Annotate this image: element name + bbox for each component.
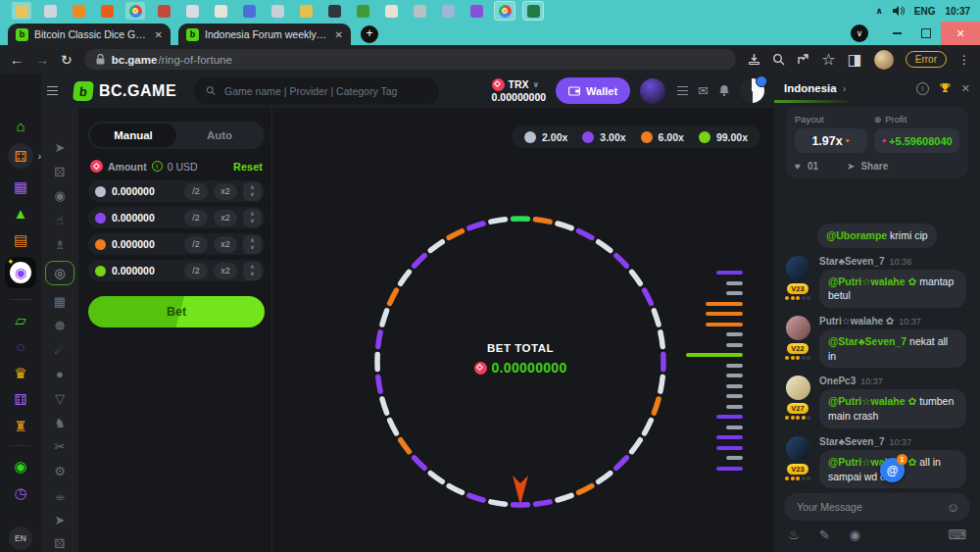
viewer-icon[interactable] bbox=[438, 2, 458, 20]
username[interactable]: OnePc3 bbox=[819, 376, 856, 386]
reload-icon[interactable]: ↻ bbox=[61, 52, 73, 68]
folder-icon[interactable] bbox=[296, 2, 316, 20]
gif-icon[interactable]: ◉ bbox=[850, 527, 860, 542]
mention-link[interactable]: @Putri☆walahe ✿ bbox=[828, 276, 916, 287]
game-item-gear[interactable]: ⚙ bbox=[47, 463, 73, 479]
avatar[interactable] bbox=[786, 316, 810, 340]
clipboard-icon[interactable] bbox=[182, 2, 202, 20]
pen-icon[interactable] bbox=[410, 2, 429, 20]
game-item-hilo[interactable]: ♗ bbox=[47, 236, 73, 253]
tab-close-icon[interactable]: ✕ bbox=[335, 29, 343, 40]
game-item-cup[interactable]: ☕ bbox=[47, 487, 73, 504]
half-button[interactable]: /2 bbox=[184, 236, 208, 253]
bet-row-orange[interactable]: 0.000000 /2 x2 ∧∨ bbox=[88, 233, 265, 255]
sidebar-item-vip[interactable]: ♛ bbox=[6, 364, 35, 381]
tab-manual[interactable]: Manual bbox=[90, 124, 176, 147]
amount-stepper[interactable]: ∧∨ bbox=[243, 235, 262, 254]
photos-icon[interactable] bbox=[40, 2, 60, 20]
chrome-window-icon[interactable] bbox=[495, 2, 514, 20]
mention-notification-button[interactable]: @ 1 bbox=[880, 458, 905, 482]
bet-row-green[interactable]: 0.000000 /2 x2 ∧∨ bbox=[88, 260, 265, 281]
chat-input-bar[interactable]: ☺ bbox=[784, 493, 970, 521]
reset-button[interactable]: Reset bbox=[233, 161, 263, 173]
tray-chevron-icon[interactable]: ∧ bbox=[875, 6, 882, 16]
message-input[interactable] bbox=[795, 500, 941, 514]
game-item-keno[interactable]: ▦ bbox=[47, 293, 73, 310]
info-icon[interactable]: i bbox=[152, 161, 163, 172]
username[interactable]: Putri☆walahe ✿ bbox=[819, 316, 894, 326]
pencil-icon[interactable]: ✎ bbox=[819, 527, 830, 542]
media-player-icon[interactable] bbox=[69, 2, 88, 20]
menu-hamburger-icon[interactable] bbox=[47, 86, 58, 96]
penguin-icon[interactable] bbox=[324, 2, 344, 20]
avatar[interactable] bbox=[786, 436, 810, 461]
mail-icon[interactable]: ✉ bbox=[698, 83, 709, 98]
sidebar-item-lottery[interactable]: ▱ bbox=[6, 311, 35, 328]
chat-room-name[interactable]: Indonesia bbox=[784, 82, 837, 94]
zoom-icon[interactable] bbox=[772, 53, 785, 66]
amount-stepper[interactable]: ∧∨ bbox=[243, 209, 262, 227]
sidebar-item-limbo[interactable]: ▲ bbox=[6, 204, 35, 222]
tray-language[interactable]: ENG bbox=[914, 6, 936, 17]
file-explorer-icon[interactable] bbox=[12, 2, 31, 20]
amount-stepper[interactable]: ∧∨ bbox=[243, 262, 262, 280]
volume-icon[interactable] bbox=[893, 6, 905, 16]
tab-close-icon[interactable]: ✕ bbox=[155, 29, 163, 40]
bet-amount-value[interactable]: 0.000000 bbox=[112, 185, 155, 197]
balance-display[interactable]: TRX ∨ 0.00000000 bbox=[492, 78, 546, 103]
address-bar[interactable]: bc.game /ring-of-fortune bbox=[84, 49, 737, 70]
chat-rules-icon[interactable]: ! bbox=[916, 82, 929, 95]
sidebar-item-slots[interactable]: ▦ bbox=[6, 177, 35, 195]
keyboard-icon[interactable]: ⌨ bbox=[948, 527, 966, 542]
bet-button[interactable]: Bet bbox=[88, 296, 265, 327]
notification-bell-icon[interactable] bbox=[718, 84, 730, 97]
book-icon[interactable] bbox=[154, 2, 173, 20]
double-button[interactable]: x2 bbox=[214, 183, 237, 200]
half-button[interactable]: /2 bbox=[184, 210, 208, 226]
share-icon[interactable] bbox=[797, 53, 809, 66]
half-button[interactable]: /2 bbox=[184, 183, 208, 200]
game-item-classic-dice[interactable]: ⚄ bbox=[47, 164, 73, 180]
sidebar-item-rewards[interactable]: ◉ bbox=[6, 457, 35, 475]
sidebar-item-recent[interactable]: ◷ bbox=[6, 483, 35, 501]
paint-icon[interactable] bbox=[211, 2, 230, 20]
chrome-icon[interactable] bbox=[125, 2, 145, 20]
double-button[interactable]: x2 bbox=[214, 236, 237, 253]
search-app-icon[interactable] bbox=[268, 2, 287, 20]
sidebar-item-cards[interactable]: ▤ bbox=[6, 230, 35, 248]
game-item-rocket[interactable]: ➤ bbox=[47, 512, 73, 528]
sidebar-item-casino[interactable]: ⚃› bbox=[8, 143, 33, 169]
new-tab-button[interactable]: + bbox=[361, 25, 378, 43]
back-icon[interactable]: ← bbox=[10, 52, 24, 68]
minimize-button[interactable] bbox=[882, 22, 911, 45]
game-search[interactable] bbox=[194, 77, 439, 105]
game-item-plinko[interactable]: ◉ bbox=[47, 187, 73, 204]
install-icon[interactable] bbox=[748, 53, 760, 66]
browser-avatar[interactable] bbox=[874, 50, 894, 70]
half-button[interactable]: /2 bbox=[184, 263, 208, 279]
room-chevron-icon[interactable]: › bbox=[843, 82, 847, 94]
shared-bet-card[interactable]: Payout ⊗ Profit 1.97x✦ ✦+5.59608040 ♥ 01… bbox=[786, 107, 968, 178]
game-item-triangle[interactable]: ▽ bbox=[47, 390, 73, 407]
maximize-button[interactable] bbox=[911, 22, 941, 45]
like-heart-icon[interactable]: ♥ bbox=[795, 161, 801, 172]
browser-menu-icon[interactable]: ⋮ bbox=[958, 53, 970, 67]
game-item-scissors[interactable]: ✂ bbox=[47, 439, 73, 456]
browser-tab-2[interactable]: b Indonesia Forum weekly Challeng ✕ bbox=[178, 24, 351, 45]
media-converter-icon[interactable] bbox=[466, 2, 486, 20]
mention-link[interactable]: @Putri☆walahe ✿ bbox=[828, 395, 916, 407]
robot-icon[interactable] bbox=[353, 2, 372, 20]
chat-close-icon[interactable]: ✕ bbox=[961, 82, 970, 95]
double-button[interactable]: x2 bbox=[214, 210, 237, 226]
bcgame-logo[interactable]: b BC.GAME bbox=[74, 81, 176, 101]
bet-amount-value[interactable]: 0.000000 bbox=[112, 212, 155, 224]
game-item-hash-dice[interactable]: ☝ bbox=[47, 212, 73, 228]
bet-row-gray[interactable]: 0.000000 /2 x2 ∧∨ bbox=[88, 180, 265, 202]
amount-stepper[interactable]: ∧∨ bbox=[243, 182, 262, 201]
avatar[interactable] bbox=[786, 376, 810, 400]
share-bet-button[interactable]: ➤ Share bbox=[847, 161, 888, 172]
excel-icon[interactable] bbox=[523, 2, 543, 20]
sidebar-item-tower[interactable]: ♜ bbox=[6, 417, 35, 434]
close-button[interactable]: ✕ bbox=[941, 22, 980, 45]
game-item-crash[interactable]: ➤ bbox=[47, 139, 73, 156]
